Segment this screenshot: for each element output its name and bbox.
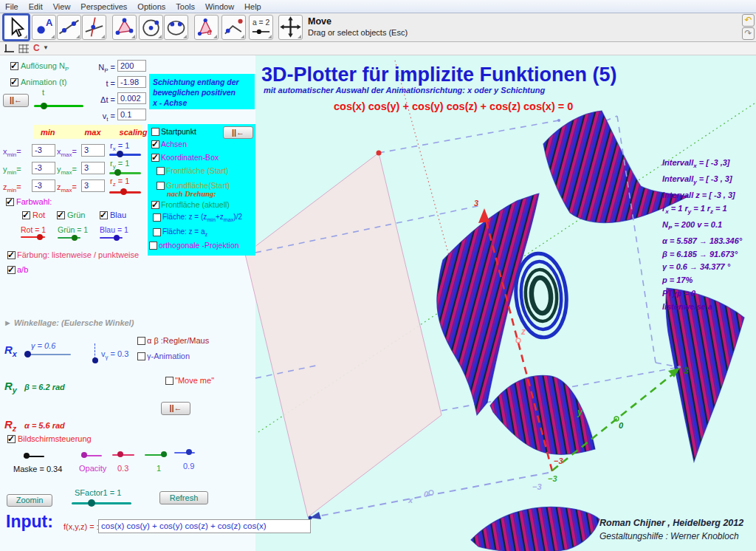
page-subtitle: mit automatischer Auswahl der Animations… (264, 86, 545, 95)
angle-tool-button[interactable]: α (194, 15, 219, 40)
point-tool-button[interactable]: A (32, 15, 56, 40)
y-axis-tick-minus3: −3 (548, 474, 557, 483)
bildschirmsteuerung-checkbox[interactable] (7, 435, 16, 443)
ymin-field[interactable]: -3 (32, 162, 55, 174)
frontflaeche-aktuell-checkbox[interactable] (151, 201, 159, 209)
menu-tools[interactable]: Tools (171, 2, 200, 11)
pause-rotation-button[interactable]: ||← (223, 126, 253, 139)
line-tool-button[interactable] (57, 15, 81, 40)
polygon-tool-button[interactable] (112, 15, 137, 40)
capture-point-icon[interactable]: C (33, 43, 40, 53)
sfactor-slider-handle[interactable] (88, 499, 95, 507)
t-field[interactable]: -1.98 (117, 76, 146, 88)
slider-03-handle[interactable] (117, 451, 123, 457)
rot-slider-handle[interactable] (37, 234, 43, 240)
vgamma-slider-handle[interactable] (92, 357, 98, 363)
xmin-field[interactable]: -3 (32, 144, 55, 157)
circle-tool-button[interactable] (139, 15, 163, 40)
stylebar-dropdown-caret[interactable]: ▼ (43, 44, 49, 51)
info-line: α = 5.587 → 183.346° (662, 235, 742, 248)
zmin-field[interactable]: -3 (32, 179, 55, 192)
gruen-label: Grün (67, 211, 85, 219)
regler-maus-checkbox[interactable] (137, 337, 145, 345)
koordinaten-box-checkbox[interactable] (151, 154, 159, 162)
gamma-animation-checkbox[interactable] (137, 352, 145, 360)
gamma-slider-handle[interactable] (24, 351, 31, 357)
grid-toggle-icon[interactable] (18, 44, 30, 54)
achsen-checkbox[interactable] (151, 140, 159, 148)
move-view-tool-button[interactable] (278, 15, 303, 40)
ymax-field[interactable]: 3 (81, 162, 105, 174)
move-tool-button[interactable] (2, 13, 30, 41)
menu-options[interactable]: Options (132, 2, 171, 11)
zoomin-button[interactable]: Zoomin (7, 494, 52, 507)
blau-slider-handle[interactable] (114, 235, 120, 241)
faerbung-checkbox[interactable] (7, 251, 16, 259)
rx-slider-track[interactable] (109, 154, 141, 156)
farbwahl-checkbox[interactable] (6, 198, 14, 206)
menu-view[interactable]: View (48, 2, 76, 11)
ry-slider-handle[interactable] (114, 169, 121, 176)
sfactor-slider-track[interactable] (72, 502, 131, 504)
pause-alpha-button[interactable]: ||← (161, 402, 190, 415)
function-input[interactable]: cos(x) cos(y) + cos(y) cos(z) + cos(z) c… (98, 519, 311, 533)
tool-dropdown-caret[interactable] (213, 35, 217, 38)
slider-tool-button[interactable]: a = 2 (249, 15, 273, 40)
flaeche-mid-checkbox[interactable] (153, 213, 161, 222)
slider-03-track[interactable] (112, 454, 134, 456)
conic-tool-button[interactable] (164, 15, 188, 40)
tool-dropdown-caret[interactable] (76, 35, 80, 38)
t-slider-handle[interactable] (41, 103, 47, 109)
tool-dropdown-caret[interactable] (241, 35, 244, 38)
xmax-field[interactable]: 3 (81, 144, 105, 157)
opacity-slider-handle[interactable] (81, 452, 87, 458)
orthogonale-projektion-checkbox[interactable] (149, 242, 157, 250)
menu-perspectives[interactable]: Perspectives (75, 2, 132, 11)
menu-file[interactable]: File (0, 2, 24, 11)
gruen-slider-handle[interactable] (72, 235, 78, 241)
grundflaeche-start-checkbox[interactable] (157, 182, 165, 190)
frontflaeche-start-checkbox[interactable] (157, 167, 165, 175)
front-face-vertex-point[interactable] (377, 151, 382, 156)
undo-button[interactable]: ↶ (742, 14, 755, 27)
tool-dropdown-caret[interactable] (101, 35, 105, 38)
move-me-checkbox[interactable] (165, 377, 173, 385)
tool-dropdown-caret[interactable] (51, 35, 55, 38)
animation-checkbox[interactable] (10, 78, 18, 86)
mirror-tool-button[interactable] (221, 15, 246, 40)
graphics-view[interactable]: 3 z −3 y 0 3 −3 −3 x 0 3D-Plotter für im… (0, 55, 756, 551)
refresh-button[interactable]: Refresh (159, 491, 208, 504)
gamma-slider-track[interactable] (24, 354, 71, 355)
flaeche-az-checkbox[interactable] (153, 228, 161, 236)
axes-toggle-icon[interactable] (4, 44, 15, 54)
menu-edit[interactable]: Edit (24, 2, 48, 11)
np-field[interactable]: 200 (117, 60, 146, 72)
vgamma-slider-track[interactable] (94, 343, 95, 359)
maske-slider-handle[interactable] (24, 453, 30, 459)
menu-help[interactable]: Help (239, 2, 267, 11)
rz-slider-handle[interactable] (120, 188, 127, 195)
tool-dropdown-caret[interactable] (131, 35, 135, 38)
startpunkt-checkbox[interactable] (151, 128, 159, 136)
slider-1-handle[interactable] (161, 451, 167, 457)
tool-dropdown-caret[interactable] (268, 35, 272, 38)
pause-animation-button[interactable]: ||← (3, 94, 29, 107)
rot-checkbox[interactable] (22, 211, 30, 219)
rx-slider-handle[interactable] (117, 151, 123, 157)
perpendicular-tool-button[interactable] (82, 15, 106, 40)
slider-09-handle[interactable] (186, 449, 192, 455)
tool-dropdown-caret[interactable] (183, 35, 187, 38)
dt-field[interactable]: 0.002 (117, 92, 146, 104)
tool-dropdown-caret[interactable] (298, 35, 301, 38)
ab-checkbox[interactable] (7, 266, 16, 274)
x-axis-label: x (408, 496, 413, 504)
menu-window[interactable]: Window (200, 2, 239, 11)
blau-checkbox[interactable] (100, 211, 108, 219)
vt-field[interactable]: 0.1 (117, 109, 146, 120)
tool-dropdown-caret[interactable] (158, 35, 162, 38)
tool-dropdown-caret[interactable] (24, 35, 27, 38)
gruen-checkbox[interactable] (57, 211, 65, 219)
zmax-field[interactable]: 3 (81, 179, 105, 192)
redo-button[interactable]: ↷ (742, 27, 755, 40)
resolution-checkbox[interactable] (10, 62, 18, 70)
